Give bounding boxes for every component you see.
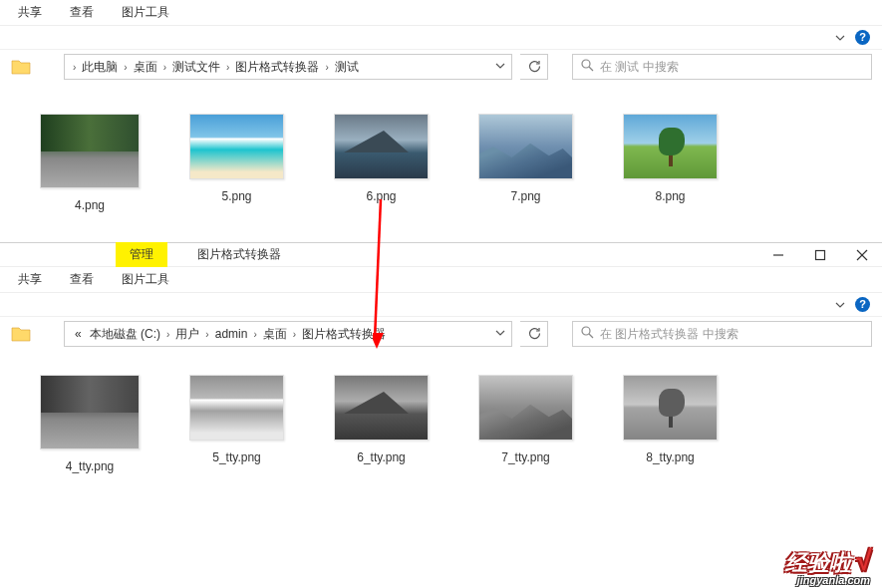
file-thumbnail xyxy=(623,375,718,441)
file-name: 5.png xyxy=(221,189,251,203)
explorer-window-bottom: 管理 图片格式转换器 共享 查看 图片工具 ? ↑ « 本地磁盘 (C:) › … xyxy=(0,243,882,503)
tab-share[interactable]: 共享 xyxy=(18,271,42,288)
help-row: ? xyxy=(0,26,882,50)
window-title: 图片格式转换器 xyxy=(197,246,281,263)
file-list: 4_tty.png5_tty.png6_tty.png7_tty.png8_tt… xyxy=(0,351,882,503)
file-name: 5_tty.png xyxy=(212,450,260,464)
tab-view[interactable]: 查看 xyxy=(70,271,94,288)
svg-line-7 xyxy=(589,334,593,338)
breadcrumb-item[interactable]: 测试 xyxy=(331,59,363,76)
chevron-icon: › xyxy=(323,62,330,73)
search-box[interactable]: 在 图片格式转换器 中搜索 xyxy=(572,321,872,347)
address-bar-row: ↑ « 本地磁盘 (C:) › 用户 › admin › 桌面 › 图片格式转换… xyxy=(0,317,882,351)
chevron-icon: › xyxy=(251,329,258,340)
file-item[interactable]: 8_tty.png xyxy=(623,375,718,473)
breadcrumb[interactable]: « 本地磁盘 (C:) › 用户 › admin › 桌面 › 图片格式转换器 xyxy=(64,321,512,347)
file-name: 6_tty.png xyxy=(357,450,405,464)
file-name: 4_tty.png xyxy=(66,459,114,473)
file-thumbnail xyxy=(623,114,718,179)
file-thumbnail xyxy=(334,114,429,179)
help-icon[interactable]: ? xyxy=(855,30,870,45)
help-icon[interactable]: ? xyxy=(855,297,870,312)
breadcrumb-item[interactable]: 桌面 xyxy=(259,326,291,343)
file-item[interactable]: 5_tty.png xyxy=(189,375,284,473)
manage-tab[interactable]: 管理 xyxy=(116,242,167,267)
search-box[interactable]: 在 测试 中搜索 xyxy=(572,54,872,80)
search-icon xyxy=(581,325,594,343)
file-name: 8.png xyxy=(655,189,685,203)
file-item[interactable]: 7_tty.png xyxy=(478,375,573,473)
folder-icon xyxy=(10,323,32,345)
tab-view[interactable]: 查看 xyxy=(70,4,94,21)
tab-picture-tools[interactable]: 图片工具 xyxy=(122,4,169,21)
svg-line-1 xyxy=(589,67,593,71)
file-name: 7.png xyxy=(510,189,540,203)
file-item[interactable]: 6_tty.png xyxy=(334,375,429,473)
breadcrumb-item[interactable]: admin xyxy=(211,327,252,341)
chevron-icon: › xyxy=(224,62,231,73)
chevron-icon: › xyxy=(122,62,129,73)
breadcrumb-item[interactable]: 图片格式转换器 xyxy=(231,59,323,76)
file-thumbnail xyxy=(189,375,284,441)
ribbon-tabs: 共享 查看 图片工具 xyxy=(0,267,882,293)
file-item[interactable]: 4.png xyxy=(40,114,140,212)
file-list: 4.png5.png6.png7.png8.png xyxy=(0,84,882,242)
folder-icon xyxy=(10,56,32,78)
breadcrumb-prefix: « xyxy=(71,327,86,341)
close-button[interactable] xyxy=(856,247,870,261)
file-name: 8_tty.png xyxy=(646,450,694,464)
ribbon-tabs: 共享 查看 图片工具 xyxy=(0,0,882,26)
breadcrumb[interactable]: › 此电脑 › 桌面 › 测试文件 › 图片格式转换器 › 测试 xyxy=(64,54,512,80)
minimize-button[interactable] xyxy=(772,247,786,261)
help-row: ? xyxy=(0,293,882,317)
expand-ribbon-icon[interactable] xyxy=(835,296,845,314)
file-thumbnail xyxy=(334,375,429,441)
chevron-icon: › xyxy=(164,329,171,340)
dropdown-icon[interactable] xyxy=(495,60,505,74)
file-name: 6.png xyxy=(366,189,396,203)
breadcrumb-item[interactable]: 图片格式转换器 xyxy=(298,326,390,343)
window-controls xyxy=(772,247,870,261)
file-name: 7_tty.png xyxy=(501,450,549,464)
chevron-icon: › xyxy=(291,329,298,340)
breadcrumb-item[interactable]: 用户 xyxy=(171,326,203,343)
file-item[interactable]: 8.png xyxy=(623,114,718,212)
file-thumbnail xyxy=(189,114,284,179)
file-item[interactable]: 4_tty.png xyxy=(40,375,140,473)
chevron-icon: › xyxy=(203,329,210,340)
breadcrumb-item[interactable]: 测试文件 xyxy=(168,59,224,76)
title-bar: 管理 图片格式转换器 xyxy=(0,243,882,267)
svg-rect-3 xyxy=(816,251,825,260)
file-item[interactable]: 5.png xyxy=(189,114,284,212)
file-name: 4.png xyxy=(75,198,105,212)
file-item[interactable]: 7.png xyxy=(478,114,573,212)
watermark-url: jingyanla.com xyxy=(797,574,870,586)
explorer-window-top: 共享 查看 图片工具 ? ↑ › 此电脑 › 桌面 › 测试文件 › 图片格式转… xyxy=(0,0,882,242)
file-thumbnail xyxy=(40,375,140,449)
maximize-button[interactable] xyxy=(814,247,828,261)
dropdown-icon[interactable] xyxy=(495,327,505,341)
breadcrumb-item[interactable]: 桌面 xyxy=(130,59,161,76)
checkmark-icon: √ xyxy=(855,545,870,576)
svg-point-0 xyxy=(582,60,590,68)
tab-share[interactable]: 共享 xyxy=(18,4,42,21)
file-item[interactable]: 6.png xyxy=(334,114,429,212)
file-thumbnail xyxy=(478,114,573,179)
address-bar-row: ↑ › 此电脑 › 桌面 › 测试文件 › 图片格式转换器 › 测试 在 测试 … xyxy=(0,50,882,84)
refresh-button[interactable] xyxy=(520,54,548,80)
chevron-icon: › xyxy=(71,62,78,73)
svg-point-6 xyxy=(582,327,590,335)
breadcrumb-item[interactable]: 此电脑 xyxy=(78,59,122,76)
breadcrumb-item[interactable]: 本地磁盘 (C:) xyxy=(86,326,164,343)
tab-picture-tools[interactable]: 图片工具 xyxy=(122,271,169,288)
expand-ribbon-icon[interactable] xyxy=(835,29,845,47)
file-thumbnail xyxy=(40,114,140,188)
search-placeholder: 在 图片格式转换器 中搜索 xyxy=(600,326,738,343)
search-icon xyxy=(581,58,594,76)
search-placeholder: 在 测试 中搜索 xyxy=(600,59,679,76)
chevron-icon: › xyxy=(161,62,168,73)
file-thumbnail xyxy=(478,375,573,441)
refresh-button[interactable] xyxy=(520,321,548,347)
